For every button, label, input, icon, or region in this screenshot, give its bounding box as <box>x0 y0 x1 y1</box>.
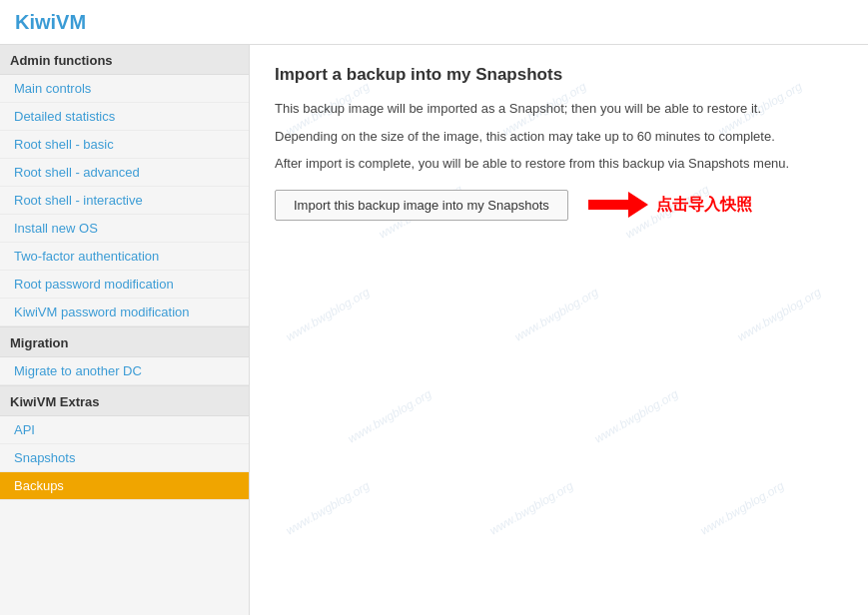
sidebar: Admin functionsMain controlsDetailed sta… <box>0 45 250 615</box>
sidebar-item-two-factor[interactable]: Two-factor authentication <box>0 243 249 271</box>
sidebar-item-main-controls[interactable]: Main controls <box>0 75 249 103</box>
watermark-text: www.bwgblog.org <box>735 285 823 343</box>
sidebar-item-snapshots[interactable]: Snapshots <box>0 444 249 472</box>
page-title: Import a backup into my Snapshots <box>275 65 843 85</box>
watermark-text: www.bwgblog.org <box>592 387 680 446</box>
sidebar-item-detailed-statistics[interactable]: Detailed statistics <box>0 103 249 131</box>
layout: Admin functionsMain controlsDetailed sta… <box>0 45 868 615</box>
watermark-text: www.bwgblog.org <box>346 387 434 446</box>
arrow-icon <box>588 190 648 220</box>
watermark-text: www.bwgblog.org <box>512 285 600 343</box>
import-section: Import this backup image into my Snapsho… <box>275 190 843 221</box>
main-content: Import a backup into my Snapshots This b… <box>275 65 843 221</box>
import-backup-button[interactable]: Import this backup image into my Snapsho… <box>275 190 568 221</box>
sidebar-item-kiwivm-password[interactable]: KiwiVM password modification <box>0 299 249 326</box>
main-content-area: www.bwgblog.orgwww.bwgblog.orgwww.bwgblo… <box>250 45 868 615</box>
sidebar-item-root-password[interactable]: Root password modification <box>0 271 249 299</box>
sidebar-item-migrate-dc[interactable]: Migrate to another DC <box>0 357 249 385</box>
description-2: Depending on the size of the image, this… <box>275 127 843 147</box>
watermark-text: www.bwgblog.org <box>487 478 575 537</box>
sidebar-item-root-shell-basic[interactable]: Root shell - basic <box>0 131 249 159</box>
sidebar-item-api[interactable]: API <box>0 416 249 444</box>
annotation: 点击导入快照 <box>588 190 752 220</box>
svg-marker-0 <box>588 192 648 218</box>
sidebar-section-title: Migration <box>0 326 249 357</box>
annotation-text: 点击导入快照 <box>656 195 752 216</box>
description-1: This backup image will be imported as a … <box>275 99 843 119</box>
sidebar-section-title: KiwiVM Extras <box>0 385 249 416</box>
watermark-text: www.bwgblog.org <box>697 478 785 537</box>
sidebar-item-root-shell-advanced[interactable]: Root shell - advanced <box>0 159 249 187</box>
sidebar-item-root-shell-interactive[interactable]: Root shell - interactive <box>0 187 249 215</box>
watermark-text: www.bwgblog.org <box>284 478 372 537</box>
logo: KiwiVM <box>15 11 86 34</box>
sidebar-item-install-new-os[interactable]: Install new OS <box>0 215 249 243</box>
header: KiwiVM <box>0 0 868 45</box>
sidebar-section-title: Admin functions <box>0 45 249 75</box>
watermark-text: www.bwgblog.org <box>284 285 372 343</box>
description-3: After import is complete, you will be ab… <box>275 154 843 174</box>
sidebar-item-backups[interactable]: Backups <box>0 472 249 500</box>
